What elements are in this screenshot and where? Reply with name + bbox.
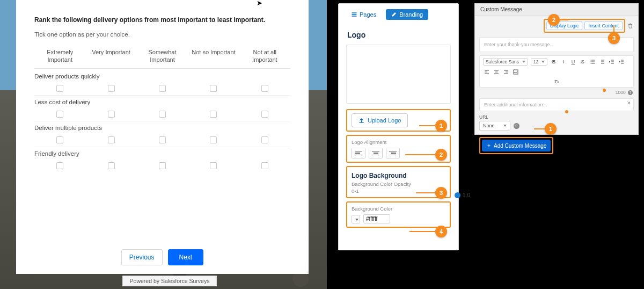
callout-badge: 3 bbox=[435, 187, 447, 199]
strike-button[interactable]: S bbox=[579, 59, 586, 66]
url-select[interactable]: None bbox=[479, 121, 510, 131]
callout-line bbox=[534, 128, 545, 129]
insert-content-button[interactable]: Insert Content bbox=[584, 21, 623, 30]
checkbox[interactable] bbox=[56, 111, 63, 118]
next-button[interactable]: Next bbox=[168, 249, 204, 265]
color-swatch-dropdown[interactable] bbox=[352, 215, 360, 223]
col-header: Not at all Important bbox=[239, 48, 290, 64]
previous-button[interactable]: Previous bbox=[121, 249, 163, 265]
row-label: Friendly delivery bbox=[34, 150, 290, 157]
checkbox[interactable] bbox=[56, 162, 63, 169]
indicator-dot bbox=[603, 89, 606, 92]
align-center-button[interactable] bbox=[493, 68, 500, 75]
italic-button[interactable]: I bbox=[560, 59, 567, 66]
question-instruction: Tick one option as per your choice. bbox=[34, 31, 290, 38]
question-title: Rank the following delivery options from… bbox=[34, 16, 290, 24]
logo-alignment-box: Logo Alignment bbox=[346, 135, 451, 163]
powered-by-label: Powered by Salesforce Surveys bbox=[122, 276, 217, 286]
checkbox[interactable] bbox=[261, 136, 268, 143]
help-icon[interactable]: ? bbox=[514, 123, 519, 129]
cursor-icon: ➤ bbox=[257, 0, 262, 7]
checkbox[interactable] bbox=[261, 85, 268, 92]
checkbox[interactable] bbox=[210, 136, 217, 143]
checkbox[interactable] bbox=[56, 136, 63, 143]
plus-icon: ＋ bbox=[486, 142, 492, 149]
callout-line bbox=[416, 192, 435, 193]
checkbox[interactable] bbox=[159, 136, 166, 143]
slider-thumb[interactable] bbox=[455, 192, 460, 198]
matrix-row: Friendly delivery bbox=[34, 150, 290, 172]
col-header: Very Important bbox=[85, 48, 136, 64]
checkbox[interactable] bbox=[108, 111, 115, 118]
align-center-button[interactable] bbox=[369, 148, 383, 158]
col-header: Somewhat Important bbox=[137, 48, 188, 64]
additional-info-textarea[interactable]: Enter additional information... ✕ bbox=[479, 98, 634, 111]
checkbox[interactable] bbox=[261, 111, 268, 118]
row-label: Less cost of delivery bbox=[34, 99, 290, 105]
url-label: URL bbox=[479, 114, 634, 120]
matrix-row: Deliver products quickly bbox=[34, 73, 290, 96]
callout-line bbox=[405, 154, 435, 155]
list-ul-button[interactable] bbox=[589, 59, 596, 66]
checkbox[interactable] bbox=[108, 85, 115, 92]
outdent-button[interactable] bbox=[608, 59, 615, 66]
list-icon bbox=[352, 12, 357, 17]
char-counter: 1000 ? bbox=[475, 90, 638, 97]
list-ol-button[interactable] bbox=[598, 59, 605, 66]
pencil-icon bbox=[391, 12, 397, 17]
align-left-button[interactable] bbox=[483, 68, 490, 75]
bgcolor-input[interactable] bbox=[363, 214, 390, 223]
tab-label: Pages bbox=[360, 11, 376, 18]
checkbox[interactable] bbox=[108, 136, 115, 143]
callout-badge: 2 bbox=[548, 14, 560, 26]
checkbox[interactable] bbox=[210, 111, 217, 118]
alignment-label: Logo Alignment bbox=[352, 139, 445, 145]
bgcolor-label: Background Color bbox=[352, 206, 445, 212]
callout-badge: 3 bbox=[608, 32, 620, 44]
font-size-select[interactable]: 12 bbox=[531, 58, 547, 66]
upload-icon bbox=[358, 118, 364, 124]
align-right-button[interactable] bbox=[386, 148, 400, 158]
add-custom-message-button[interactable]: ＋ Add Custom Message bbox=[482, 140, 551, 151]
align-left-button[interactable] bbox=[352, 148, 365, 158]
tab-branding[interactable]: Branding bbox=[386, 9, 428, 20]
underline-button[interactable]: U bbox=[569, 59, 576, 66]
checkbox[interactable] bbox=[261, 162, 268, 169]
checkbox[interactable] bbox=[210, 162, 217, 169]
matrix-row: Deliver multiple products bbox=[34, 125, 290, 147]
custom-message-panel: Custom Message Display Logic Insert Cont… bbox=[474, 3, 639, 135]
checkbox[interactable] bbox=[56, 85, 63, 92]
logo-heading: Logo bbox=[339, 22, 458, 42]
upload-logo-label: Upload Logo bbox=[368, 117, 401, 124]
row-label: Deliver multiple products bbox=[34, 125, 290, 131]
checkbox[interactable] bbox=[210, 85, 217, 92]
delete-icon[interactable] bbox=[627, 23, 634, 29]
tab-label: Branding bbox=[399, 11, 423, 18]
callout-line bbox=[560, 19, 568, 20]
col-header: Extremely Important bbox=[34, 48, 85, 64]
panel-header: Custom Message bbox=[475, 4, 638, 16]
upload-logo-button[interactable]: Upload Logo bbox=[352, 113, 408, 127]
matrix-row: Less cost of delivery bbox=[34, 99, 290, 121]
checkbox[interactable] bbox=[159, 85, 166, 92]
align-right-button[interactable] bbox=[502, 68, 509, 75]
image-button[interactable] bbox=[512, 68, 519, 75]
bold-button[interactable]: B bbox=[550, 59, 557, 66]
indent-button[interactable] bbox=[618, 59, 625, 66]
branding-panel: Pages Branding Logo Upload Logo Logo Ali… bbox=[338, 3, 459, 250]
opacity-label: Background Color Opacity bbox=[352, 181, 445, 187]
checkbox[interactable] bbox=[108, 162, 115, 169]
bgcolor-box: Background Color bbox=[346, 201, 451, 228]
tab-pages[interactable]: Pages bbox=[346, 9, 382, 20]
callout-badge: 2 bbox=[435, 149, 447, 161]
font-family-select[interactable]: Salesforce Sans bbox=[483, 58, 528, 66]
clear-format-button[interactable]: Tx bbox=[483, 78, 630, 85]
checkbox[interactable] bbox=[159, 111, 166, 118]
callout-line bbox=[613, 25, 614, 33]
opacity-value: 1.0 bbox=[463, 192, 470, 198]
opacity-slider[interactable]: 1.0 bbox=[455, 192, 470, 198]
close-icon[interactable]: ✕ bbox=[627, 100, 631, 106]
checkbox[interactable] bbox=[159, 162, 166, 169]
survey-panel: Rank the following delivery options from… bbox=[0, 0, 327, 289]
callout-badge: 4 bbox=[435, 226, 447, 237]
